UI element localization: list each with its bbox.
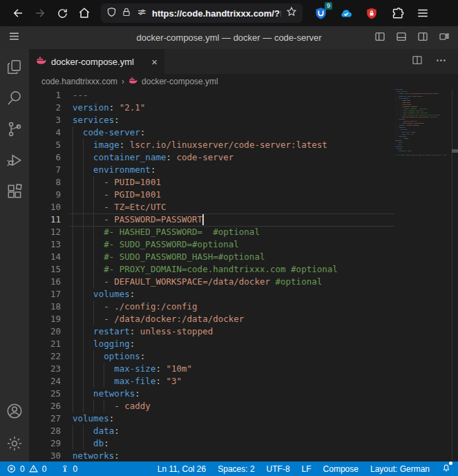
keyboard-layout[interactable]: Layout: German [370, 464, 430, 474]
code-line[interactable]: 8 - PUID=1001 [29, 176, 458, 189]
indent-guide [73, 437, 73, 450]
code-line[interactable]: 17 volumes: [29, 288, 458, 301]
puzzle-extensions-icon[interactable] [390, 6, 404, 20]
indent-guide [93, 263, 94, 276]
code-line[interactable]: 10 - TZ=Etc/UTC [29, 201, 458, 213]
code-line[interactable]: 20 restart: unless-stopped [29, 325, 458, 338]
line-number: 8 [29, 176, 61, 189]
line-number: 19 [29, 313, 61, 325]
code-line: # the caddy proxy network must be create… [395, 154, 452, 156]
notification-dot [449, 461, 452, 465]
tab-close-icon[interactable]: × [151, 56, 158, 68]
scrollbar[interactable] [452, 89, 458, 461]
problems-status[interactable]: 0 0 0 [7, 464, 77, 474]
cloud-extension-icon[interactable] [339, 6, 353, 20]
toggle-panel-icon[interactable] [396, 31, 407, 45]
ublock-origin-icon[interactable]: 9 [314, 6, 327, 20]
code-line[interactable]: 28 data: [29, 425, 458, 437]
code-line[interactable]: 5 image: lscr.io/linuxserver/code-server… [29, 139, 458, 151]
indent-guide [104, 363, 104, 375]
code-line[interactable]: 4 code-server: [29, 126, 458, 139]
code-editor[interactable]: 1---2version: "2.1"3services:4 code-serv… [29, 89, 458, 461]
indentation[interactable]: Spaces: 2 [218, 464, 254, 474]
code-line[interactable]: 27volumes: [29, 412, 458, 425]
line-number: 12 [29, 226, 61, 238]
forward-icon[interactable] [29, 3, 51, 23]
indent-guide [73, 400, 73, 412]
line-number: 24 [29, 375, 61, 388]
search-icon[interactable] [6, 89, 23, 107]
code-line[interactable]: 24 max-file: "3" [29, 375, 458, 388]
language-mode[interactable]: Compose [323, 464, 359, 474]
indent-guide [83, 350, 84, 363]
breadcrumb-site[interactable]: code.handtrixxx.com [41, 77, 117, 86]
warning-count: 0 [42, 464, 47, 474]
overview-ruler-cursor-marker [452, 149, 458, 153]
indent-guide [93, 189, 94, 201]
code-line[interactable]: 26 - caddy [29, 400, 458, 412]
source-control-icon[interactable] [6, 120, 23, 138]
more-actions-icon[interactable] [435, 55, 447, 69]
vscode-menu-icon[interactable] [8, 30, 20, 45]
status-bar: 0 0 0 Ln 11, Col 26 Spaces: 2 UTF-8 LF C… [0, 461, 458, 476]
code-line[interactable]: 9 - PGID=1001 [29, 189, 458, 201]
indent-guide [73, 276, 73, 288]
code-line[interactable]: 19 - /data/docker:/data/docker [29, 313, 458, 325]
breadcrumb-file[interactable]: docker-compose.yml [142, 77, 218, 86]
code-line[interactable]: 12 #- HASHED_PASSWORD= #optional [29, 226, 458, 238]
minimap[interactable]: ---version: "2.1"services: code-server: … [395, 89, 452, 457]
code-line[interactable]: 1--- [29, 89, 458, 102]
reload-icon[interactable] [51, 3, 73, 23]
ports-forwarded[interactable]: 0 [60, 464, 77, 474]
address-bar[interactable]: https://code.handtrixxx.com/?f [101, 3, 303, 23]
accounts-icon[interactable] [6, 402, 23, 420]
code-line[interactable]: 15 #- PROXY_DOMAIN=code.handtrixxx.com #… [29, 263, 458, 276]
code-line[interactable]: 16 - DEFAULT_WORKSPACE=/data/docker #opt… [29, 276, 458, 288]
split-editor-icon[interactable] [412, 55, 423, 68]
home-icon[interactable] [73, 3, 95, 23]
code-line[interactable]: 30networks: [29, 450, 458, 461]
run-and-debug-icon[interactable] [6, 151, 23, 169]
url-text[interactable]: https://code.handtrixxx.com/?f [152, 8, 281, 19]
code-line[interactable]: 2version: "2.1" [29, 102, 458, 114]
tracking-shield-icon[interactable] [106, 7, 117, 20]
indent-guide [73, 338, 73, 350]
extension-area: 9 [314, 6, 430, 20]
padlock-icon[interactable] [122, 7, 131, 20]
code-line[interactable]: 21 logging: [29, 338, 458, 350]
app-menu-icon[interactable] [416, 6, 430, 20]
indent-guide [73, 238, 73, 251]
indent-guide [73, 363, 73, 375]
notifications-bell-icon[interactable] [441, 463, 451, 475]
code-line[interactable]: 29 db: [29, 437, 458, 450]
line-number: 6 [29, 151, 61, 164]
back-icon[interactable] [7, 3, 29, 23]
toggle-secondary-sidebar-icon[interactable] [417, 31, 428, 45]
bookmark-star-icon[interactable] [286, 6, 297, 20]
explorer-icon[interactable] [6, 58, 23, 76]
eol-sequence[interactable]: LF [302, 464, 312, 474]
adguard-shield-icon[interactable] [365, 6, 379, 20]
code-line[interactable]: 25 networks: [29, 388, 458, 400]
encoding[interactable]: UTF-8 [267, 464, 290, 474]
code-line[interactable]: 6 container_name: code-server [29, 151, 458, 164]
code-line[interactable]: 14 #- SUDO_PASSWORD_HASH=#optional [29, 251, 458, 263]
indent-guide [93, 251, 94, 263]
code-line[interactable]: 3services: [29, 114, 458, 126]
permissions-icon[interactable] [136, 7, 147, 20]
code-line[interactable]: 7 environment: [29, 164, 458, 176]
tab-docker-compose[interactable]: docker-compose.yml × [29, 49, 164, 74]
code-line[interactable]: 13 #- SUDO_PASSWORD=#optional [29, 238, 458, 251]
code-line[interactable]: 23 max-size: "10m" [29, 363, 458, 375]
vscode-titlebar: docker-compose.yml — docker — code-serve… [0, 26, 458, 49]
code-line[interactable]: 22 options: [29, 350, 458, 363]
settings-gear-icon[interactable] [6, 435, 23, 453]
indent-guide [83, 400, 84, 412]
extensions-icon[interactable] [6, 182, 23, 200]
code-line[interactable]: 11 - PASSWORD=PASSWORT [29, 213, 458, 226]
code-line[interactable]: 18 - ./config:/config [29, 301, 458, 313]
toggle-sidebar-icon[interactable] [374, 31, 385, 45]
line-number: 22 [29, 350, 61, 363]
cursor-position[interactable]: Ln 11, Col 26 [158, 464, 207, 474]
customize-layout-icon[interactable] [439, 31, 450, 45]
